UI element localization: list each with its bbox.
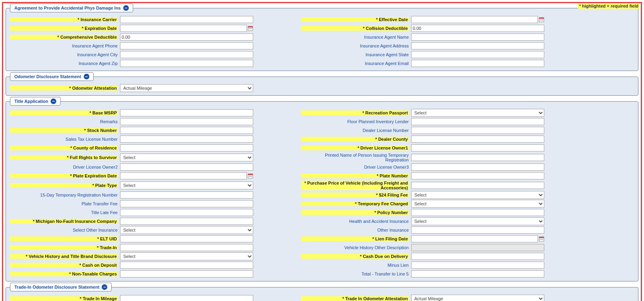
input-collision-deductible[interactable] [411, 25, 544, 32]
svg-rect-14 [251, 176, 252, 177]
label-sales-tax-license: Sales Tax License Number [10, 137, 118, 142]
input-dl-owner3[interactable] [411, 163, 544, 171]
label-plate-type: * Plate Type [10, 183, 118, 188]
select-veh-hist[interactable]: Select [120, 252, 253, 260]
panel-header-title-application[interactable]: Title Application − [10, 97, 61, 106]
input-veh-hist-other [411, 244, 544, 251]
panel-header-odometer[interactable]: Odometer Disclosure Statement − [10, 72, 94, 81]
panel-trade-in-odometer: Trade-In Odometer Disclosure Statement −… [6, 287, 638, 301]
label-floor-lender: Floor Planned Inventory Lender [301, 119, 409, 124]
input-printed-name[interactable] [411, 154, 544, 161]
input-insurance-carrier[interactable] [120, 16, 253, 23]
select-temp-fee[interactable]: Select [411, 200, 544, 208]
calendar-icon[interactable] [248, 173, 253, 179]
select-health-accident[interactable]: Select [411, 217, 544, 225]
input-plate-number[interactable] [411, 172, 544, 179]
panel-header-insurance[interactable]: Agreement to Provide Accidental Phys Dam… [10, 4, 133, 12]
label-expiration-date: * Expiration Date [10, 26, 118, 31]
input-minus-lien[interactable] [411, 262, 544, 269]
input-agent-email[interactable] [411, 60, 544, 67]
input-base-msrp[interactable] [120, 109, 253, 116]
input-expiration-date[interactable] [120, 25, 247, 32]
label-other-insurance: Other Insurance [301, 228, 409, 232]
input-trade-in-mileage[interactable] [120, 295, 253, 301]
input-elt-uid[interactable] [120, 235, 253, 242]
svg-rect-2 [540, 20, 541, 20]
svg-rect-7 [249, 28, 250, 29]
select-other-insurance[interactable]: Select [120, 226, 253, 234]
input-dl-owner2[interactable] [120, 163, 253, 171]
select-recreation-passport[interactable]: Select [411, 109, 544, 117]
label-effective-date: * Effective Date [301, 17, 409, 22]
input-dealer-county[interactable] [411, 136, 544, 143]
input-lien-date[interactable] [411, 235, 538, 242]
panel-title-insurance: Agreement to Provide Accidental Phys Dam… [14, 6, 121, 10]
label-nofault: * Michigan No-Fault Insurance Company [10, 219, 118, 224]
label-stock-number: * Stock Number [10, 128, 118, 133]
select-trade-in-attestation[interactable]: Actual Mileage [411, 295, 544, 301]
label-filing-fee: * $24 Filing Fee [301, 193, 409, 197]
svg-rect-13 [250, 176, 251, 177]
select-odometer-attestation[interactable]: Actual Mileage [120, 84, 253, 92]
label-collision-deductible: * Collision Deductible [301, 26, 409, 31]
input-other-insurance[interactable] [411, 226, 544, 234]
input-plate-exp[interactable] [120, 172, 247, 179]
panel-title-trade-in-odometer: Trade-In Odometer Disclosure Statement [14, 285, 99, 289]
input-plate-transfer-fee[interactable] [120, 200, 253, 207]
input-agent-phone[interactable] [120, 42, 253, 49]
input-agent-name[interactable] [411, 33, 544, 41]
label-health-accident: Health and Accident Insurance [301, 219, 409, 224]
input-floor-lender[interactable] [411, 118, 544, 125]
panel-title-odometer: Odometer Disclosure Statement [14, 74, 81, 79]
input-effective-date[interactable] [411, 16, 538, 23]
svg-rect-12 [249, 176, 250, 177]
input-agent-state[interactable] [411, 51, 544, 58]
label-lien-date: * Lien Filing Date [301, 236, 409, 241]
label-veh-hist: * Vehicle History and Title Brand Disclo… [10, 254, 118, 259]
svg-rect-8 [250, 28, 251, 29]
label-purchase-price: * Purchase Price of Vehicle (Including F… [301, 181, 409, 190]
label-insurance-carrier: * Insurance Carrier [10, 17, 118, 22]
label-veh-hist-other: Vehicle History Other Description [301, 245, 409, 250]
label-agent-state: Insurance Agent State [301, 52, 409, 57]
input-purchase-price[interactable] [411, 182, 544, 189]
calendar-icon[interactable] [539, 236, 544, 242]
input-comprehensive-deductible[interactable] [120, 33, 253, 41]
input-title-late-fee[interactable] [120, 209, 253, 216]
input-dl-owner1[interactable] [411, 144, 544, 151]
input-agent-city[interactable] [120, 51, 253, 58]
label-minus-lien: Minus Lien [301, 263, 409, 268]
svg-rect-17 [540, 239, 541, 240]
panel-title-application: Title Application − * Base MSRP * Recrea… [6, 101, 638, 281]
calendar-icon[interactable] [248, 26, 253, 31]
input-policy-number[interactable] [411, 209, 544, 216]
select-full-rights[interactable]: Select [120, 153, 253, 161]
input-agent-address[interactable] [411, 42, 544, 49]
input-sales-tax-license[interactable] [120, 136, 253, 143]
input-dealer-license[interactable] [411, 127, 544, 134]
calendar-icon[interactable] [539, 17, 544, 22]
input-remarks[interactable] [120, 118, 253, 125]
label-comprehensive-deductible: * Comprehensive Deductible [10, 35, 118, 39]
input-agent-zip[interactable] [120, 60, 253, 67]
input-temp-reg[interactable] [120, 191, 253, 199]
required-field-note: * highlighted = required field [578, 3, 640, 9]
select-plate-type[interactable]: Select [120, 181, 253, 189]
input-cash-deposit[interactable] [120, 262, 253, 269]
svg-rect-11 [248, 174, 253, 175]
input-stock-number[interactable] [120, 127, 253, 134]
svg-rect-18 [541, 239, 542, 240]
input-nofault[interactable] [120, 218, 253, 225]
select-filing-fee[interactable]: Select [411, 191, 544, 199]
label-agent-phone: Insurance Agent Phone [10, 43, 118, 48]
input-total-transfer[interactable] [411, 270, 544, 277]
collapse-icon: − [102, 284, 107, 290]
input-county-residence[interactable] [120, 144, 253, 151]
input-cash-delivery[interactable] [411, 253, 544, 260]
input-non-taxable[interactable] [120, 270, 253, 277]
label-select-other: Select Other Insurance [10, 228, 118, 232]
input-trade-in[interactable] [120, 244, 253, 251]
panel-header-trade-in-odometer[interactable]: Trade-In Odometer Disclosure Statement − [10, 283, 112, 291]
collapse-icon: − [123, 5, 129, 11]
label-dl-owner3: Driver License Owner3 [301, 165, 409, 169]
